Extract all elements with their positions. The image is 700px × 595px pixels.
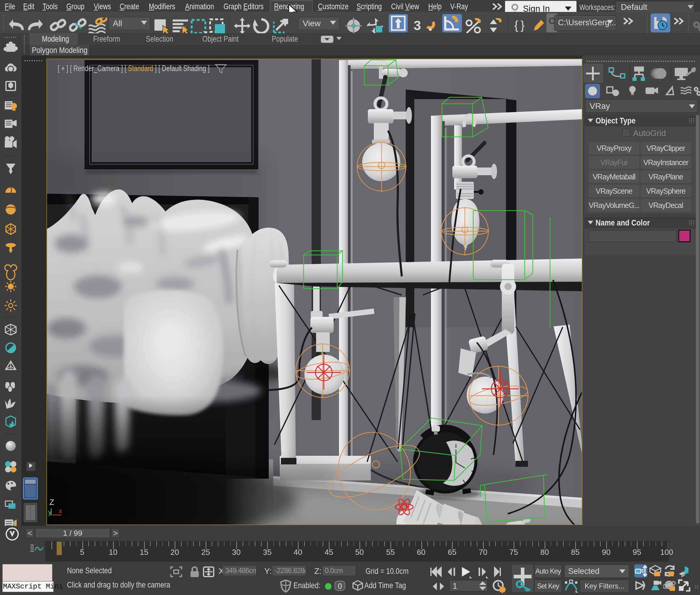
svg-text:y: y (48, 508, 52, 516)
svg-text:[ + ] [ Render_Camera ] [ S: [ + ] [ Render_Camera ] [ Standard ] [ D… (58, 64, 209, 73)
svg-text:Z: Z (49, 498, 54, 507)
svg-text:x: x (59, 507, 62, 515)
